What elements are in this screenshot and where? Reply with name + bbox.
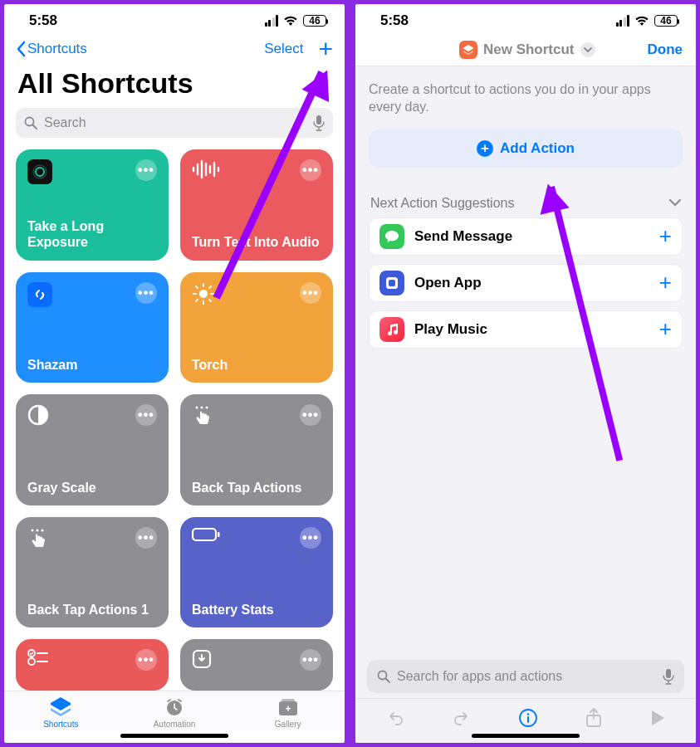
more-icon[interactable]: •••	[300, 282, 321, 304]
svg-rect-47	[527, 716, 529, 723]
more-icon[interactable]: •••	[135, 282, 157, 304]
status-bar: 5:58 46	[355, 4, 696, 32]
shortcuts-icon	[49, 696, 72, 718]
action-search-input[interactable]: Search for apps and actions	[367, 660, 684, 693]
more-icon[interactable]: •••	[300, 649, 321, 671]
shortcut-tile[interactable]: ••• Gray Scale	[16, 394, 169, 505]
editor-toolbar	[355, 698, 696, 730]
search-placeholder: Search	[44, 115, 86, 130]
gallery-icon: +	[277, 697, 299, 717]
tile-title: Battery Stats	[192, 602, 321, 618]
tile-title: Back Tap Actions	[192, 480, 321, 496]
status-bar: 5:58 46	[4, 4, 345, 32]
tab-gallery[interactable]: + Gallery	[231, 696, 345, 729]
add-action-button[interactable]: + Add Action	[369, 129, 683, 168]
svg-line-21	[196, 300, 198, 301]
add-icon[interactable]: +	[659, 316, 672, 342]
shortcut-tile[interactable]: •••	[16, 639, 169, 691]
tab-automation[interactable]: Automation	[118, 696, 232, 729]
undo-icon[interactable]	[385, 708, 405, 728]
home-indicator[interactable]	[472, 734, 580, 738]
shortcut-tile[interactable]: ••• Take a Long Exposure	[16, 149, 169, 261]
tap-icon	[192, 404, 213, 427]
more-icon[interactable]: •••	[135, 159, 157, 181]
more-icon[interactable]: •••	[300, 527, 321, 549]
svg-line-18	[196, 286, 198, 288]
chevron-left-icon	[16, 41, 26, 57]
shortcuts-grid: ••• Take a Long Exposure ••• Turn Text I…	[4, 149, 345, 691]
home-indicator[interactable]	[120, 734, 228, 738]
more-icon[interactable]: •••	[300, 159, 321, 181]
waveform-icon	[192, 159, 220, 179]
suggestion-row[interactable]: Play Music +	[369, 310, 683, 349]
tile-title: Back Tap Actions 1	[27, 602, 157, 618]
search-input[interactable]: Search	[16, 108, 333, 138]
chevron-down-icon[interactable]	[669, 199, 681, 207]
next-suggestions-heading: Next Action Suggestions	[370, 196, 514, 211]
redo-icon[interactable]	[452, 708, 472, 728]
search-icon	[24, 116, 37, 129]
svg-rect-30	[218, 532, 220, 537]
svg-rect-38	[281, 699, 295, 701]
suggestion-row[interactable]: Send Message +	[369, 217, 683, 256]
plus-circle-icon: +	[477, 140, 493, 157]
svg-point-25	[206, 407, 208, 409]
download-icon	[192, 649, 212, 669]
music-icon	[379, 317, 404, 342]
svg-point-3	[36, 168, 44, 176]
back-label: Shortcuts	[27, 41, 87, 57]
more-icon[interactable]: •••	[135, 527, 157, 549]
battery-icon	[192, 527, 220, 542]
editor-title[interactable]: New Shortcut	[407, 41, 648, 59]
chevron-down-icon[interactable]	[580, 42, 595, 57]
svg-point-13	[199, 290, 208, 298]
search-icon	[377, 670, 390, 683]
svg-point-46	[527, 713, 530, 715]
svg-point-32	[28, 658, 35, 665]
add-shortcut-button[interactable]: +	[318, 41, 333, 57]
wifi-icon	[634, 16, 649, 27]
shortcut-tile[interactable]: ••• Back Tap Actions	[180, 394, 333, 505]
more-icon[interactable]: •••	[135, 649, 157, 671]
shortcut-tile[interactable]: ••• Torch	[180, 272, 333, 383]
svg-line-19	[209, 300, 211, 301]
contrast-icon	[27, 404, 49, 426]
open-app-icon	[379, 271, 404, 295]
svg-point-12	[33, 288, 47, 301]
tile-title: Shazam	[27, 357, 157, 373]
select-button[interactable]: Select	[264, 41, 303, 57]
tile-title: Take a Long Exposure	[27, 218, 157, 250]
back-button[interactable]: Shortcuts	[16, 41, 87, 57]
more-icon[interactable]: •••	[135, 404, 157, 426]
spectre-icon	[27, 159, 52, 184]
mic-icon[interactable]	[313, 115, 325, 131]
info-icon[interactable]	[518, 708, 538, 728]
tab-bar: Shortcuts Automation + Gallery	[4, 691, 345, 730]
play-icon[interactable]	[649, 709, 666, 727]
done-button[interactable]: Done	[648, 42, 683, 58]
shortcut-tile[interactable]: ••• Back Tap Actions 1	[16, 517, 169, 628]
add-icon[interactable]: +	[659, 223, 672, 249]
tab-shortcuts[interactable]: Shortcuts	[4, 696, 118, 729]
shortcut-tile[interactable]: ••• Shazam	[16, 272, 169, 383]
more-icon[interactable]: •••	[300, 404, 321, 426]
tile-title: Gray Scale	[27, 480, 157, 496]
svg-line-43	[386, 679, 390, 683]
share-icon[interactable]	[585, 707, 603, 729]
tap-icon	[27, 527, 49, 550]
svg-rect-41	[389, 280, 395, 286]
svg-rect-29	[193, 529, 216, 540]
tile-title: Torch	[192, 357, 321, 373]
shortcut-tile[interactable]: ••• Battery Stats	[180, 517, 333, 628]
shazam-icon	[27, 282, 52, 307]
mic-icon[interactable]	[663, 668, 674, 685]
checklist-icon	[27, 649, 49, 666]
svg-rect-44	[666, 669, 671, 678]
svg-line-1	[33, 125, 37, 129]
svg-point-28	[42, 529, 44, 531]
cellular-icon	[265, 15, 279, 27]
shortcut-tile[interactable]: •••	[180, 639, 333, 691]
add-icon[interactable]: +	[659, 270, 672, 295]
suggestion-row[interactable]: Open App +	[369, 264, 683, 302]
svg-text:+: +	[285, 703, 291, 715]
